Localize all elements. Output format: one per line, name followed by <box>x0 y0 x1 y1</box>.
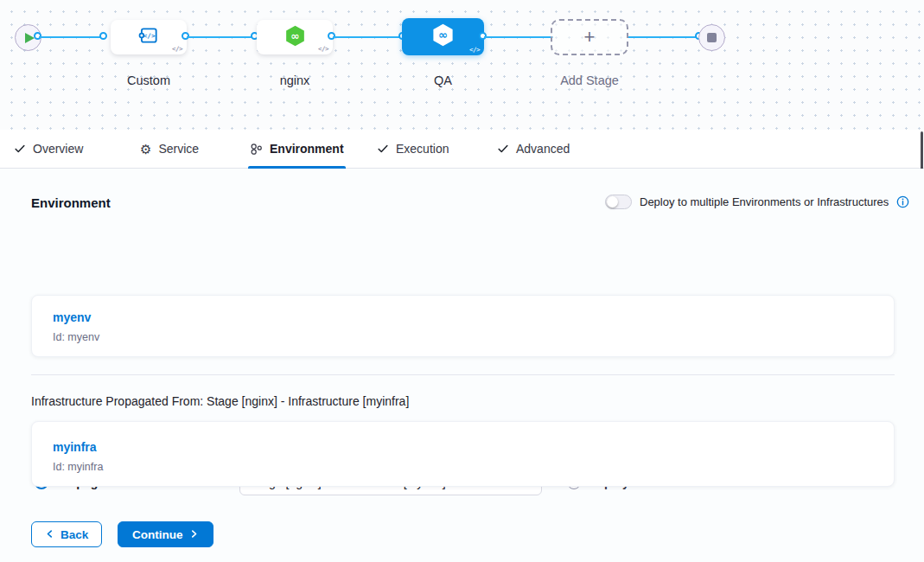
stage-node-qa[interactable]: ∞ </> <box>402 18 484 55</box>
svg-text:</>: </> <box>143 32 156 40</box>
divider <box>31 374 895 375</box>
deploy-stage-icon: ∞ <box>430 22 456 51</box>
add-stage-label: Add Stage <box>551 73 628 87</box>
tab-service[interactable]: ⚙ Service <box>138 130 201 168</box>
pipeline-canvas: </> </> ∞ </> ∞ <box>0 0 924 130</box>
environment-source-options: Propagate Environment From: Stage [nginx… <box>0 234 924 261</box>
add-stage-button[interactable]: + <box>551 19 628 55</box>
plus-icon: + <box>584 28 596 47</box>
tab-label: Overview <box>33 142 83 156</box>
tab-advanced[interactable]: Advanced <box>495 130 571 168</box>
tab-label: Execution <box>396 142 449 156</box>
connector-line <box>187 36 256 38</box>
back-button-label: Back <box>61 528 88 541</box>
stage-label-custom: Custom <box>111 73 187 87</box>
chevron-left-icon <box>45 528 54 541</box>
tab-label: Advanced <box>516 142 570 156</box>
tab-label: Environment <box>270 142 344 156</box>
edge-port <box>99 32 107 40</box>
code-view-badge: </> <box>318 45 328 53</box>
environment-id: Id: myenv <box>53 331 873 343</box>
multi-env-toggle-label: Deploy to multiple Environments or Infra… <box>640 195 889 208</box>
continue-button[interactable]: Continue <box>118 521 213 547</box>
svg-text:∞: ∞ <box>438 29 448 42</box>
stage-label-qa: QA <box>402 73 484 87</box>
pipeline-stage-editor: </> </> ∞ </> ∞ <box>0 0 924 562</box>
stop-icon <box>707 33 717 42</box>
svg-text:∞: ∞ <box>290 29 299 42</box>
infrastructure-card: myinfra Id: myinfra <box>31 421 895 487</box>
check-icon <box>377 143 389 155</box>
stage-tabs: Overview ⚙ Service Environment Execution <box>0 130 924 169</box>
code-view-badge: </> <box>172 45 182 53</box>
check-icon <box>14 143 26 155</box>
stage-label-nginx: nginx <box>257 73 333 87</box>
environment-panel <box>0 169 924 562</box>
environment-card: myenv Id: myenv <box>31 295 895 357</box>
multi-env-toggle[interactable] <box>605 195 632 209</box>
infrastructure-id: Id: myinfra <box>53 461 873 473</box>
tab-environment[interactable]: Environment <box>248 130 346 168</box>
back-button[interactable]: Back <box>31 521 102 547</box>
continue-button-label: Continue <box>132 528 183 541</box>
stage-node-nginx[interactable]: ∞ </> <box>257 20 333 54</box>
connector-line <box>333 36 404 38</box>
environment-name-link[interactable]: myenv <box>53 310 91 324</box>
infrastructure-name-link[interactable]: myinfra <box>53 440 97 454</box>
tab-execution[interactable]: Execution <box>375 130 450 168</box>
panel-title: Environment <box>31 195 111 210</box>
scrollbar-thumb[interactable] <box>921 131 923 169</box>
chevron-right-icon <box>189 528 199 541</box>
check-icon <box>497 143 509 155</box>
gear-icon: ⚙ <box>140 143 151 156</box>
infrastructure-propagated-note: Infrastructure Propagated From: Stage [n… <box>31 394 409 408</box>
pipeline-end-node <box>698 24 725 51</box>
stage-node-custom[interactable]: </> </> <box>111 20 187 54</box>
tab-label: Service <box>158 142 199 156</box>
connector-line <box>39 36 105 38</box>
custom-stage-icon: </> <box>137 24 160 50</box>
tab-overview[interactable]: Overview <box>12 130 85 168</box>
code-view-badge: </> <box>469 46 480 54</box>
environment-icon <box>250 143 263 156</box>
info-icon[interactable] <box>896 195 909 208</box>
deploy-stage-icon: ∞ <box>284 24 307 51</box>
toggle-knob <box>607 196 618 208</box>
connector-line <box>628 36 700 38</box>
connector-line <box>484 36 553 38</box>
multi-env-toggle-row: Deploy to multiple Environments or Infra… <box>605 195 909 209</box>
